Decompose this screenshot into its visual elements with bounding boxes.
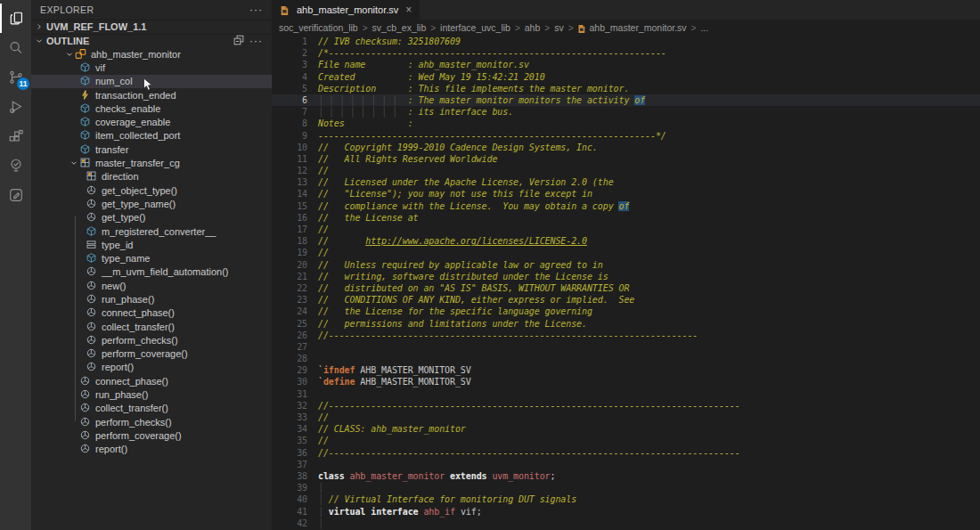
code-line[interactable]: 15// compliance with the License. You ma…	[272, 200, 980, 212]
code-line[interactable]: 42│	[272, 518, 980, 529]
code-line[interactable]: 8Notes :	[272, 118, 980, 129]
code-line[interactable]: 18// http://www.apache.org/licenses/LICE…	[272, 235, 980, 247]
outline-item-coverage_enable[interactable]: coverage_enable	[31, 115, 272, 128]
outline-item-transfer[interactable]: transfer	[31, 143, 272, 156]
outline-item-__m_uvm_field_automation[interactable]: __m_uvm_field_automation()	[31, 265, 272, 279]
code-line[interactable]: 12//	[272, 165, 980, 176]
code-line[interactable]: 32//------------------------------------…	[272, 400, 980, 412]
code-line[interactable]: 11// All Rights Reserved Worldwide	[272, 153, 980, 165]
code-line[interactable]: 17//	[272, 224, 980, 235]
code-line[interactable]: 28	[272, 353, 980, 364]
code-line[interactable]: 41│ virtual interface ahb_if vif;	[272, 506, 980, 518]
outline-item-get_object_type[interactable]: get_object_type()	[31, 183, 272, 197]
code-line[interactable]: 5Description : This file implements the …	[272, 83, 980, 94]
outline-item-perform_checks[interactable]: perform_checks()	[31, 333, 272, 347]
code-line[interactable]: 14// "License"); you may not use this fi…	[272, 188, 980, 200]
section-uvm-ref-flow[interactable]: UVM_REF_FLOW_1.1	[31, 20, 272, 34]
close-icon[interactable]: ×	[405, 5, 412, 14]
code-line[interactable]: 6│ │ │ │ │ │ │ │ : The master monitor mo…	[272, 94, 980, 106]
code-line[interactable]: 30`define AHB_MASTER_MONITOR_SV	[272, 376, 980, 387]
code-line[interactable]: 27	[272, 341, 980, 353]
code-line[interactable]: 7│ │ │ │ │ │ │ │ : its interface bus.	[272, 106, 980, 118]
code-line[interactable]: 40│ // Virtual Interface for monitoring …	[272, 493, 980, 505]
outline-item-type_name[interactable]: type_name	[31, 251, 272, 265]
outline-item-new[interactable]: new()	[31, 279, 272, 292]
chevron-right-icon[interactable]	[34, 21, 45, 32]
outline-more-actions-icon[interactable]: ···	[249, 37, 263, 45]
code-line[interactable]: 21// writing, software distributed under…	[272, 271, 980, 282]
outline-item-m_registered_converter__[interactable]: m_registered_converter__	[31, 224, 272, 238]
chevron-down-icon[interactable]	[64, 49, 75, 60]
code-line[interactable]: 9---------------------------------------…	[272, 130, 980, 142]
code-line[interactable]: 4Created : Wed May 19 15:42:21 2010	[272, 71, 980, 83]
code-line[interactable]: 24// the License for the specific langua…	[272, 306, 980, 317]
outline-item-num_col[interactable]: num_col	[31, 75, 272, 88]
code-line[interactable]: 38class ahb_master_monitor extends uvm_m…	[272, 470, 980, 482]
outline-item-report[interactable]: report()	[31, 361, 272, 374]
outline-item-get_type_name[interactable]: get_type_name()	[31, 197, 272, 210]
outline-item-type_id[interactable]: type_id	[31, 238, 272, 251]
breadcrumb-item[interactable]: soc_verification_lib	[279, 22, 358, 33]
outline-item-collect_transfer[interactable]: collect_transfer()	[31, 320, 272, 333]
outline-item-perform_checks[interactable]: perform_checks()	[31, 415, 272, 428]
outline-item-report[interactable]: report()	[31, 443, 272, 456]
source-control-icon[interactable]: 11	[0, 62, 31, 92]
chevron-down-icon[interactable]	[69, 158, 79, 168]
chevron-down-icon[interactable]	[34, 36, 45, 46]
method-symbol-icon	[79, 388, 92, 401]
outline-item-vif[interactable]: vif	[31, 61, 272, 74]
files-icon[interactable]	[0, 4, 31, 33]
outline-item-transaction_ended[interactable]: transaction_ended	[31, 88, 272, 102]
sidebar-more-actions-icon[interactable]: ···	[249, 6, 263, 13]
code-line[interactable]: 29`ifndef AHB_MASTER_MONITOR_SV	[272, 364, 980, 376]
tab-ahb-master-monitor[interactable]: ahb_master_monitor.sv ×	[272, 0, 420, 20]
outline-item-collect_transfer[interactable]: collect_transfer()	[31, 402, 272, 415]
line-number: 24	[272, 306, 307, 317]
code-line[interactable]: 20// Unless required by applicable law o…	[272, 259, 980, 271]
breadcrumb-item[interactable]: ahb	[525, 22, 541, 33]
extensions-icon[interactable]	[0, 121, 31, 151]
code-line[interactable]: 1// IVB checksum: 3251807609	[272, 36, 980, 47]
outline-item-ahb_master_monitor[interactable]: ahb_master_monitor	[31, 47, 272, 61]
run-debug-icon[interactable]	[0, 92, 31, 121]
breadcrumb-item[interactable]: ...	[700, 22, 708, 33]
outline-item-perform_coverage[interactable]: perform_coverage()	[31, 347, 272, 361]
code-line[interactable]: 2/*-------------------------------------…	[272, 47, 980, 59]
code-line[interactable]: 39│	[272, 482, 980, 493]
code-line[interactable]: 22// distributed on an "AS IS" BASIS, WI…	[272, 282, 980, 294]
code-line[interactable]: 16// the License at	[272, 212, 980, 224]
search-icon[interactable]	[0, 33, 31, 62]
outline-item-run_phase[interactable]: run_phase()	[31, 387, 272, 401]
code-line[interactable]: 19//	[272, 247, 980, 258]
breadcrumb-item[interactable]: sv_cb_ex_lib	[372, 22, 427, 33]
outline-item-direction[interactable]: direction	[31, 170, 272, 183]
breadcrumb-item[interactable]: interface_uvc_lib	[440, 22, 510, 33]
outline-item-run_phase[interactable]: run_phase()	[31, 292, 272, 306]
outline-item-checks_enable[interactable]: checks_enable	[31, 102, 272, 115]
section-outline[interactable]: OUTLINE ···	[31, 34, 272, 48]
breadcrumb-item[interactable]: sv	[554, 22, 564, 33]
code-line[interactable]: 36//------------------------------------…	[272, 447, 980, 459]
outline-item-perform_coverage[interactable]: perform_coverage()	[31, 428, 272, 442]
code-line[interactable]: 3File name : ahb_master_monitor.sv	[272, 59, 980, 70]
pencil-icon[interactable]	[0, 180, 31, 209]
code-line[interactable]: 34// CLASS: ahb_master_monitor	[272, 423, 980, 435]
code-line[interactable]: 25// permissions and limitations under t…	[272, 318, 980, 330]
code-line[interactable]: 13// Licensed under the Apache License, …	[272, 176, 980, 188]
outline-item-connect_phase[interactable]: connect_phase()	[31, 306, 272, 320]
code-line[interactable]: 26//------------------------------------…	[272, 330, 980, 341]
code-line[interactable]: 23// CONDITIONS OF ANY KIND, either expr…	[272, 294, 980, 306]
code-area[interactable]: 1// IVB checksum: 32518076092/*---------…	[272, 36, 980, 530]
breadcrumb-item[interactable]: ahb_master_monitor.sv	[589, 22, 686, 33]
outline-item-get_type[interactable]: get_type()	[31, 211, 272, 224]
line-content: // Copyright 1999-2010 Cadence Design Sy…	[307, 142, 598, 153]
code-line[interactable]: 33//	[272, 412, 980, 423]
outline-item-connect_phase[interactable]: connect_phase()	[31, 374, 272, 387]
outline-item-item_collected_port[interactable]: item_collected_port	[31, 129, 272, 143]
outline-item-master_transfer_cg[interactable]: master_transfer_cg	[31, 156, 272, 169]
code-line[interactable]: 10// Copyright 1999-2010 Cadence Design …	[272, 142, 980, 153]
code-line[interactable]: 31	[272, 388, 980, 400]
code-line[interactable]: 35//	[272, 435, 980, 446]
verified-icon[interactable]	[0, 151, 31, 180]
code-line[interactable]: 37	[272, 459, 980, 470]
